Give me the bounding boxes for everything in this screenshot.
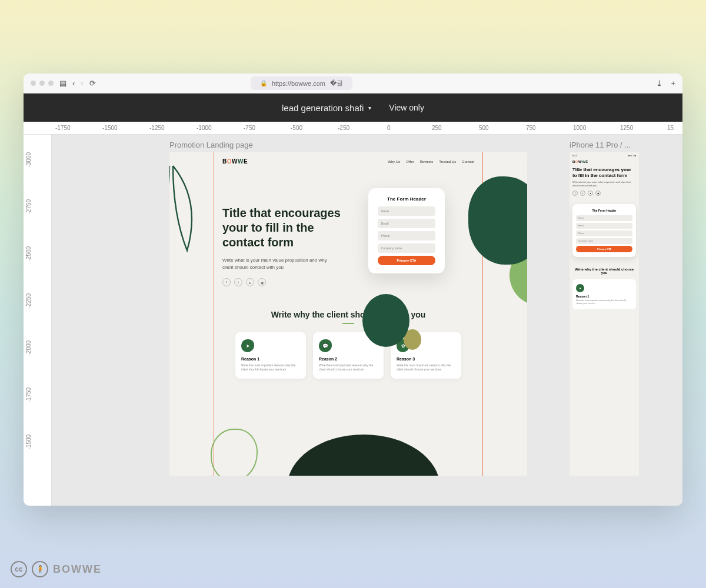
browser-window: ▤ ‹ › ⟳ 🔒 https://bowwe.com �글 ⤓ + lead … <box>24 74 682 506</box>
url-text: https://bowwe.com <box>272 80 325 87</box>
nav-link[interactable]: Contact <box>462 160 474 163</box>
section-title: Write why the client should choose you <box>570 262 639 277</box>
sidebar-icon[interactable]: ▤ <box>59 79 66 88</box>
close-dot[interactable] <box>31 81 36 86</box>
lock-icon: 🔒 <box>260 80 267 86</box>
traffic-lights[interactable] <box>31 81 54 86</box>
nav-link[interactable]: Offer <box>406 160 414 163</box>
twitter-icon[interactable]: t <box>234 278 242 286</box>
reason-body: Write the most important reasons why the… <box>241 363 300 372</box>
reason-title: Reason 3 <box>397 357 455 361</box>
title-underline <box>342 323 354 324</box>
phone-field[interactable]: Phone <box>378 231 435 240</box>
share-icon[interactable]: �글 <box>330 79 343 88</box>
browser-toolbar: ▤ ‹ › ⟳ 🔒 https://bowwe.com �글 ⤓ + <box>24 74 682 93</box>
new-tab-icon[interactable]: + <box>671 79 675 88</box>
company-field[interactable]: Company name <box>378 243 435 253</box>
reason-body: Write the most important reasons why the… <box>397 363 455 372</box>
forward-icon: › <box>81 79 83 88</box>
view-mode-label: View only <box>389 103 424 112</box>
social-links: f t ▸ ◉ <box>570 187 639 199</box>
download-icon[interactable]: ⤓ <box>656 79 662 88</box>
name-field[interactable]: Name <box>576 215 632 221</box>
primary-cta-button[interactable]: Primary CTA <box>378 256 435 265</box>
app-header: lead generation shafi ▾ View only <box>24 93 682 122</box>
reason-body: Write the most important reasons why the… <box>319 363 378 372</box>
hero-subtitle: Write what is your main value propositio… <box>570 181 639 187</box>
email-field[interactable]: Email <box>378 219 435 228</box>
nav-link[interactable]: Trusted Us <box>439 160 456 163</box>
contact-form: The Form Header Name Email Phone Company… <box>572 204 636 257</box>
watermark-text: BOWWE <box>53 563 102 576</box>
phone-field[interactable]: Phone <box>576 230 632 236</box>
nav-link[interactable]: Reviews <box>420 160 434 163</box>
reason-body: Write the most important reasons why the… <box>576 299 632 305</box>
mobile-frame[interactable]: 9:41●●● ≡ ■ BOWWE Title that encourages … <box>570 152 639 476</box>
logo: BOWWE <box>222 158 248 165</box>
status-bar: 9:41●●● ≡ ■ <box>570 152 639 159</box>
reason-card: ➤ Reason 1 Write the most important reas… <box>235 332 306 379</box>
instagram-icon[interactable]: ◉ <box>595 191 601 196</box>
blob-decoration <box>468 176 527 265</box>
reason-title: Reason 1 <box>241 357 300 361</box>
hero-title: Title that encourages your to fill in th… <box>570 165 639 181</box>
zoom-dot[interactable] <box>48 81 54 86</box>
facebook-icon[interactable]: f <box>222 278 231 286</box>
section-title: Write why the client should choose you <box>222 310 474 319</box>
company-field[interactable]: Company name <box>576 238 632 244</box>
cc-icon: cc <box>11 561 27 577</box>
twitter-icon[interactable]: t <box>580 191 585 196</box>
by-icon: 🧍 <box>32 561 48 577</box>
youtube-icon[interactable]: ▸ <box>246 278 254 286</box>
blob-decoration <box>211 429 258 476</box>
name-field[interactable]: Name <box>378 206 435 216</box>
instagram-icon[interactable]: ◉ <box>258 278 266 286</box>
youtube-icon[interactable]: ▸ <box>588 191 593 196</box>
frame-label-desktop[interactable]: Promotion Landing page <box>169 141 253 149</box>
hero-title: Title that encourages your to fill in th… <box>222 206 357 250</box>
form-header: The Form Header <box>576 209 632 212</box>
blob-decoration <box>362 294 409 347</box>
horizontal-ruler: -1750 -1500 -1250 -1000 -750 -500 -250 0… <box>24 122 682 135</box>
chat-icon: 💬 <box>319 339 332 352</box>
logo: BOWWE <box>570 159 639 165</box>
watermark: cc 🧍 BOWWE <box>11 561 102 577</box>
facebook-icon[interactable]: f <box>572 191 578 196</box>
hero-subtitle: Write what is your main value propositio… <box>222 257 328 271</box>
address-bar[interactable]: 🔒 https://bowwe.com �글 <box>251 76 352 90</box>
primary-cta-button[interactable]: Primary CTA <box>576 246 632 252</box>
nav-link[interactable]: Why Us <box>388 160 400 163</box>
chevron-down-icon[interactable]: ▾ <box>368 105 371 111</box>
minimize-dot[interactable] <box>39 81 45 86</box>
design-canvas[interactable]: Promotion Landing page iPhone 11 Pro / .… <box>52 135 682 506</box>
reload-icon[interactable]: ⟳ <box>89 79 96 88</box>
blob-decoration <box>287 435 440 476</box>
send-icon: ➤ <box>576 284 584 292</box>
social-links: f t ▸ ◉ <box>222 278 357 286</box>
reason-card: ➤ Reason 1 Write the most important reas… <box>572 279 636 309</box>
reason-title: Reason 1 <box>576 295 632 298</box>
back-icon[interactable]: ‹ <box>72 79 75 88</box>
reason-title: Reason 2 <box>319 357 378 361</box>
frame-label-mobile[interactable]: iPhone 11 Pro / ... <box>570 141 631 149</box>
form-header: The Form Header <box>378 196 435 202</box>
contact-form: The Form Header Name Email Phone Company… <box>368 188 445 273</box>
email-field[interactable]: Email <box>576 223 632 229</box>
site-nav: BOWWE Why Us Offer Reviews Trusted Us Co… <box>169 152 527 165</box>
vertical-ruler: -3000 -2750 -2500 -2250 -2000 -1750 -150… <box>24 135 52 506</box>
document-title[interactable]: lead generation shafi <box>282 103 364 113</box>
desktop-frame[interactable]: BOWWE Why Us Offer Reviews Trusted Us Co… <box>169 152 527 476</box>
send-icon: ➤ <box>241 339 254 352</box>
